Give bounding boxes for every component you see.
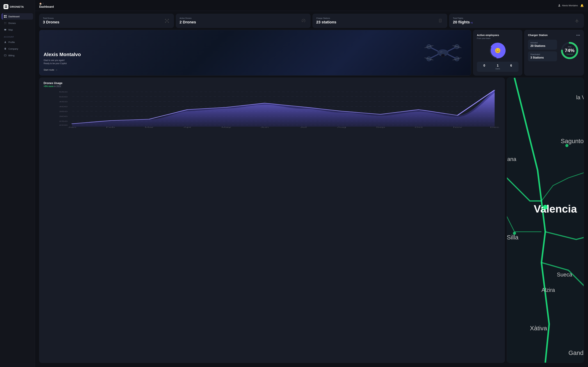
sidebar-item-company[interactable]: Company bbox=[2, 46, 33, 52]
svg-text:Sep: Sep bbox=[376, 126, 385, 128]
employee-avatar-area: 😊 bbox=[477, 42, 519, 59]
bottom-row: Drones Usage +5% more in 2023 55 bbox=[35, 78, 588, 367]
svg-text:400: 400 bbox=[59, 106, 68, 108]
stat-card-active-drones: Active Drones 2 Drones bbox=[176, 14, 311, 28]
charger-title: Charger Station bbox=[528, 33, 548, 36]
donut-center: Most 74% Powered bbox=[565, 46, 575, 55]
chart-trend: +5% more bbox=[43, 85, 53, 88]
sidebar-item-profile[interactable]: Profile bbox=[2, 39, 33, 45]
middle-row: Alexis Montalvo Glad to see you again! R… bbox=[35, 30, 588, 78]
svg-point-11 bbox=[6, 24, 6, 24]
svg-text:250: 250 bbox=[59, 120, 68, 122]
stat-icon-active bbox=[301, 18, 307, 24]
employees-sub: From your team bbox=[477, 37, 519, 39]
sidebar-item-map[interactable]: Map bbox=[2, 26, 33, 33]
svg-text:Apr: Apr bbox=[183, 126, 191, 128]
svg-text:Sueca: Sueca bbox=[557, 272, 572, 278]
chart-title: Drones Usage bbox=[43, 82, 500, 85]
donut-powered-label: Powered bbox=[565, 53, 575, 55]
sidebar-item-billing[interactable]: Billing bbox=[2, 52, 33, 58]
breadcrumb: 🏠 / bbox=[39, 2, 54, 5]
dashboard-icon bbox=[4, 15, 7, 18]
svg-text:l'Eliana: l'Eliana bbox=[507, 156, 516, 162]
deactivated-label: Disactivated bbox=[530, 53, 554, 55]
map-background: Valencia Sagunto Borriana / Burriana la … bbox=[507, 78, 584, 363]
emp-stat-2: 6 bbox=[510, 64, 512, 70]
drones-icon bbox=[4, 22, 7, 25]
user-info: Alexis Montalvo bbox=[558, 4, 578, 7]
welcome-content: Alexis Montalvo Glad to see you again! R… bbox=[43, 52, 467, 71]
deactivated-stations-box: Disactivated 3 Stations bbox=[528, 51, 557, 61]
svg-point-10 bbox=[4, 24, 5, 24]
welcome-name: Alexis Montalvo bbox=[43, 52, 467, 57]
svg-point-8 bbox=[4, 22, 5, 23]
topbar: 🏠 / Dashboard Alexis Montalvo 🔔 bbox=[35, 0, 588, 11]
svg-rect-5 bbox=[6, 15, 7, 16]
stat-card-total-flights: Total Flights 20 flights+1 bbox=[449, 14, 584, 28]
stat-label: Total Drones bbox=[43, 17, 59, 19]
svg-point-23 bbox=[167, 20, 167, 21]
home-icon: 🏠 bbox=[39, 2, 42, 5]
chart-area: 550 500 450 400 350 300 250 200 bbox=[43, 90, 500, 128]
bell-icon[interactable]: 🔔 bbox=[580, 4, 584, 7]
svg-text:Silla: Silla bbox=[507, 234, 519, 241]
stat-label: Charge Stations bbox=[316, 17, 336, 19]
chart-subtitle: +5% more in 2023 bbox=[43, 85, 500, 88]
svg-text:Gandia: Gandia bbox=[568, 349, 584, 356]
svg-text:Jan: Jan bbox=[68, 126, 76, 128]
stat-card-total-drones: Total Drones 3 Drones bbox=[39, 14, 174, 28]
activated-label: Activated bbox=[530, 42, 554, 44]
employee-stats: 0 1 Users 6 bbox=[477, 62, 519, 72]
charger-menu-dots[interactable]: ••• bbox=[576, 33, 580, 37]
svg-point-85 bbox=[543, 205, 548, 209]
sidebar-item-dashboard[interactable]: Dashboard bbox=[2, 13, 33, 20]
svg-text:Jun: Jun bbox=[260, 126, 269, 128]
drones-usage-card: Drones Usage +5% more in 2023 55 bbox=[39, 78, 505, 363]
stat-value: 20 flights+1 bbox=[453, 20, 473, 25]
emp-stat-1: 1 Users bbox=[495, 64, 500, 70]
user-name: Alexis Montalvo bbox=[562, 4, 578, 7]
sidebar-item-drones[interactable]: Drones bbox=[2, 20, 33, 26]
svg-rect-1 bbox=[6, 5, 7, 7]
employee-avatar: 😊 bbox=[491, 43, 505, 58]
svg-text:Valencia: Valencia bbox=[534, 203, 577, 215]
page-title: Dashboard bbox=[39, 5, 54, 8]
account-section-label: ACCOUNT bbox=[0, 33, 35, 39]
svg-point-12 bbox=[5, 41, 6, 42]
svg-text:Aug: Aug bbox=[337, 126, 346, 128]
svg-rect-6 bbox=[4, 17, 5, 18]
welcome-subtitle: Glad to see you again! Ready to be your … bbox=[43, 59, 467, 65]
deactivated-value: 3 Stations bbox=[530, 56, 554, 59]
activated-stations-box: Activated 20 Stations bbox=[528, 40, 557, 50]
svg-text:Sagunto: Sagunto bbox=[561, 138, 584, 144]
svg-rect-4 bbox=[4, 15, 5, 16]
svg-text:Mar: Mar bbox=[145, 126, 154, 128]
user-icon bbox=[558, 4, 561, 7]
start-route-button[interactable]: Start route → bbox=[43, 68, 467, 71]
donut-most-label: Most bbox=[565, 46, 575, 48]
nav-account: Profile Company Billing bbox=[0, 39, 35, 59]
svg-point-14 bbox=[559, 4, 560, 5]
sidebar: ORONETA Dashboard Drones bbox=[0, 0, 35, 367]
svg-text:May: May bbox=[221, 126, 231, 128]
donut-chart: Most 74% Powered bbox=[560, 41, 579, 60]
svg-text:300: 300 bbox=[59, 116, 68, 117]
stat-icon-charge bbox=[437, 18, 443, 24]
svg-point-9 bbox=[6, 22, 6, 23]
svg-text:Oct: Oct bbox=[415, 126, 423, 128]
stat-card-charge-stations: Charge Stations 23 stations bbox=[312, 14, 447, 28]
svg-text:Feb: Feb bbox=[106, 126, 115, 128]
svg-text:Dec: Dec bbox=[490, 126, 499, 128]
svg-text:Jul: Jul bbox=[300, 126, 307, 128]
main-content: 🏠 / Dashboard Alexis Montalvo 🔔 Total Dr… bbox=[35, 0, 588, 367]
charger-donut: Most 74% Powered bbox=[559, 40, 580, 61]
charger-station-card: Charger Station ••• Activated 20 Station… bbox=[524, 30, 584, 75]
stats-grid: Total Drones 3 Drones Active Drones 2 Dr… bbox=[35, 11, 588, 30]
stat-value: 23 stations bbox=[316, 20, 336, 25]
logo-box bbox=[3, 4, 9, 9]
svg-rect-0 bbox=[5, 5, 6, 7]
employees-card: Active employees From your team 😊 0 bbox=[473, 30, 522, 75]
topbar-right: Alexis Montalvo 🔔 bbox=[558, 4, 584, 7]
profile-icon bbox=[4, 41, 7, 43]
chart-trend-year: in 2023 bbox=[54, 85, 61, 88]
